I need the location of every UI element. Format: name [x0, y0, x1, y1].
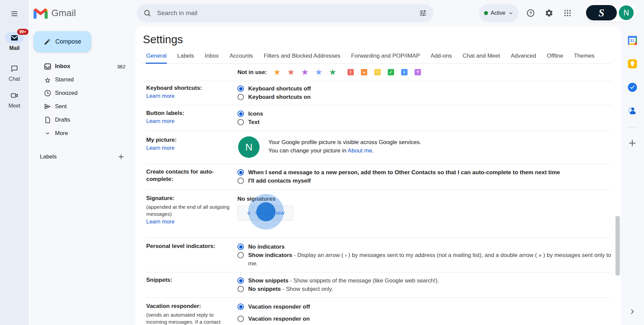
chat-status-chip[interactable]: Active [479, 4, 519, 22]
contacts-widget-button[interactable] [626, 104, 639, 117]
rail-item-meet[interactable]: Meet [0, 90, 29, 109]
tasks-widget-button[interactable] [626, 80, 639, 94]
tab-general[interactable]: General [141, 48, 172, 63]
blue-info-icon[interactable]: i [401, 69, 408, 75]
help-button[interactable]: ? [523, 6, 538, 20]
tab-advanced[interactable]: Advanced [505, 48, 542, 63]
yellow-bang-icon[interactable]: ! [374, 69, 381, 75]
purple-question-icon[interactable]: ? [415, 69, 421, 75]
search-options-button[interactable] [415, 5, 431, 21]
purple-star-icon[interactable]: ★ [301, 68, 309, 76]
rail-label-mail: Mail [9, 45, 19, 51]
radio-unselected[interactable] [237, 252, 244, 258]
signature-status: No signatures [237, 195, 611, 203]
calendar-widget-button[interactable]: 31 [626, 34, 639, 47]
option-icons[interactable]: Icons [237, 110, 611, 118]
orange-guillemet-icon[interactable]: » [361, 69, 367, 75]
scrollbar-thumb[interactable] [615, 216, 620, 275]
red-bang-icon[interactable]: ! [347, 69, 354, 75]
radio-unselected[interactable] [237, 178, 244, 184]
calendar-icon: 31 [628, 36, 637, 45]
option-auto-add-contacts[interactable]: When I send a message to a new person, a… [237, 168, 611, 177]
radio-selected[interactable] [237, 111, 244, 117]
radio-unselected[interactable] [237, 94, 244, 100]
orange-star-icon[interactable]: ★ [273, 68, 281, 76]
tab-filters[interactable]: Filters and Blocked Addresses [258, 48, 346, 63]
keep-widget-button[interactable] [626, 57, 639, 70]
main-menu-button[interactable] [6, 6, 22, 22]
search-input[interactable] [155, 9, 415, 17]
picture-info-line2: You can change your picture in About me. [268, 146, 421, 155]
option-show-snippets[interactable]: Show snippets - Show snippets of the mes… [237, 276, 611, 285]
keyboard-shortcuts-row: Keyboard shortcuts: Learn more Keyboard … [146, 81, 611, 105]
sidebar-item-snoozed[interactable]: Snoozed [29, 86, 136, 100]
search-bar [137, 4, 433, 22]
rail-item-chat[interactable]: Chat [0, 63, 29, 82]
show-side-panel-button[interactable] [626, 306, 638, 318]
create-contacts-row: Create contacts for auto-complete: When … [146, 164, 611, 190]
search-button[interactable] [140, 5, 155, 21]
sidebar-item-inbox[interactable]: Inbox 362 [29, 60, 136, 73]
option-no-snippets[interactable]: No snippets - Show subject only. [237, 285, 611, 293]
radio-selected[interactable] [237, 304, 244, 310]
green-star-icon[interactable]: ★ [329, 68, 336, 76]
tab-addons[interactable]: Add-ons [425, 48, 457, 63]
tab-accounts[interactable]: Accounts [224, 48, 258, 63]
account-pill[interactable]: S N [584, 4, 637, 22]
radio-unselected[interactable] [237, 316, 244, 322]
learn-more-link[interactable]: Learn more [146, 92, 174, 100]
tab-labels[interactable]: Labels [172, 48, 199, 63]
radio-unselected[interactable] [237, 286, 244, 292]
radio-selected[interactable] [237, 85, 244, 92]
red-star-icon[interactable]: ★ [287, 68, 294, 76]
stars-row: Not in use: ★ ★ ★ ★ ★ ! » ! ✓ i ? [146, 64, 611, 81]
settings-gear-button[interactable] [542, 6, 556, 20]
radio-selected[interactable] [237, 169, 244, 176]
sidebar-item-more[interactable]: More [29, 127, 136, 140]
settings-card: Settings General Labels Inbox Accounts F… [136, 26, 621, 325]
learn-more-link[interactable]: Learn more [146, 117, 174, 125]
sidebar-item-sent[interactable]: Sent [29, 100, 136, 113]
inbox-count: 362 [117, 64, 125, 69]
tasks-icon [628, 83, 637, 92]
option-keyboard-shortcuts-off[interactable]: Keyboard shortcuts off [237, 84, 611, 93]
profile-avatar[interactable]: N [619, 5, 634, 20]
sidebar-item-starred[interactable]: Starred [29, 73, 136, 86]
option-text[interactable]: Text [237, 118, 611, 126]
keep-icon [628, 59, 637, 68]
sidebar-item-drafts[interactable]: Drafts [29, 113, 136, 127]
option-vacation-on[interactable]: Vacation responder on [237, 315, 611, 323]
picture-info-line1: Your Google profile picture is visible a… [268, 138, 421, 146]
tab-forwarding[interactable]: Forwarding and POP/IMAP [346, 48, 425, 63]
gmail-wordmark: Gmail [51, 8, 76, 18]
tab-inbox[interactable]: Inbox [200, 48, 224, 63]
option-keyboard-shortcuts-on[interactable]: Keyboard shortcuts on [237, 93, 611, 101]
radio-unselected[interactable] [237, 119, 244, 125]
green-check-icon[interactable]: ✓ [388, 69, 394, 75]
rail-item-mail[interactable]: 99+ Mail [0, 32, 29, 51]
status-label: Active [491, 10, 505, 16]
option-no-indicators[interactable]: No indicators [237, 243, 611, 251]
chevron-right-icon [629, 308, 636, 315]
create-label-button[interactable] [115, 151, 127, 163]
option-vacation-off[interactable]: Vacation responder off [237, 303, 611, 311]
radio-selected[interactable] [237, 277, 244, 284]
google-apps-button[interactable] [560, 6, 575, 20]
learn-more-link[interactable]: Learn more [146, 217, 174, 226]
blue-star-icon[interactable]: ★ [315, 68, 322, 76]
profile-picture-avatar[interactable]: N [238, 136, 260, 158]
create-new-signature-button[interactable]: + Create new [237, 206, 293, 220]
tab-chat-meet[interactable]: Chat and Meet [457, 48, 505, 63]
radio-selected[interactable] [237, 244, 244, 250]
sidebar-item-label: Snoozed [55, 90, 77, 96]
option-add-contacts-myself[interactable]: I'll add contacts myself [237, 177, 611, 185]
tab-themes[interactable]: Themes [569, 48, 600, 63]
about-me-link[interactable]: About me [348, 147, 372, 154]
labels-header-row: Labels [40, 149, 127, 164]
option-show-indicators[interactable]: Show indicators - Display an arrow ( › )… [237, 251, 611, 268]
compose-button[interactable]: Compose [34, 31, 91, 52]
sidebar-item-label: Sent [55, 103, 67, 110]
tab-offline[interactable]: Offline [541, 48, 569, 63]
get-add-ons-button[interactable] [626, 136, 639, 150]
learn-more-link[interactable]: Learn more [146, 144, 174, 152]
